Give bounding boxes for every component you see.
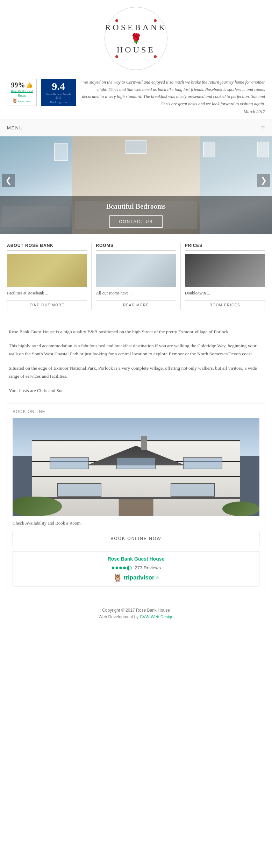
book-online-now-button[interactable]: BOOK ONLINE NOW <box>13 531 259 546</box>
about-col-title: ABOUT ROSE BANK <box>7 243 87 250</box>
booking-badge: 9.4 Guest Review Awards 2016 Booking.com <box>41 79 76 106</box>
booking-score: 9.4 <box>43 81 73 92</box>
read-more-button[interactable]: READ MORE <box>96 300 176 310</box>
dot-bl <box>115 55 118 58</box>
dot-right <box>154 19 157 22</box>
prices-col-title: PRICES <box>185 243 265 250</box>
three-columns-section: ABOUT ROSE BANK Facilities at Rosebank .… <box>0 234 272 319</box>
footer-copyright: Copyright © 2017 Rose Bank House <box>7 608 265 613</box>
about-para-2: This highly rated accommodation is a fab… <box>9 342 263 358</box>
logo-text-top: ROSEBANK <box>105 23 167 32</box>
ta-logo-row: 🦉 tripadvisor ® <box>18 574 254 582</box>
book-online-section: BOOK ONLINE Check Availability and Book … <box>7 404 265 592</box>
testimonial-quote: We stayed on the way to Cornwall and enj… <box>80 79 265 108</box>
prev-slide-button[interactable]: ❮ <box>2 174 15 187</box>
contact-us-button[interactable]: CONTACT US <box>109 215 163 228</box>
ta-brand-text: tripadvisor <box>124 574 155 581</box>
about-para-4: Your hosts are Chris and Sue. <box>9 387 263 395</box>
room-prices-button[interactable]: ROOM PRICES <box>185 300 265 310</box>
tripadvisor-widget: Rose Bank Guest House ●●●●◐ 273 Reviews … <box>13 552 259 586</box>
header: ROSEBANK 🌹 HOUSE <box>0 0 272 73</box>
nav-bar: MENU ≡ <box>0 120 272 136</box>
logo-dots-top <box>115 19 157 22</box>
owl-icon-small: 🦉 <box>12 98 17 104</box>
ta-stars-row: ●●●●◐ 273 Reviews <box>18 564 254 571</box>
footer-webdev-text: Web Development by <box>99 614 140 619</box>
check-availability-text: Check Availability and Book a Room. <box>13 520 259 526</box>
ta-stars-icon: ●●●●◐ <box>111 564 132 571</box>
footer-webdev-link[interactable]: CVW Web Design <box>140 614 173 619</box>
prices-col-image <box>185 254 265 287</box>
find-out-more-button[interactable]: FIND OUT MORE <box>7 300 87 310</box>
prices-column: PRICES Double/twin ... ROOM PRICES <box>181 243 265 310</box>
logo-circle: ROSEBANK 🌹 HOUSE <box>105 7 167 70</box>
ta-link[interactable]: Rose Bank Guest House <box>9 89 34 97</box>
logo-dots-bottom <box>115 55 157 58</box>
testimonial-section: 99% 👍 Rose Bank Guest House 🦉 tripadviso… <box>0 73 272 120</box>
hamburger-icon[interactable]: ≡ <box>261 123 265 133</box>
footer-webdev: Web Development by CVW Web Design <box>7 614 265 619</box>
rooms-column: ROOMS All our rooms have ... READ MORE <box>92 243 180 310</box>
menu-label: MENU <box>7 125 23 130</box>
hero-overlay: Beautiful Bedrooms CONTACT US <box>0 196 272 234</box>
house-image <box>13 418 259 516</box>
about-para-1: Rose Bank Guest House is a high quality … <box>9 328 263 336</box>
booking-brand: Booking.com <box>43 100 73 104</box>
ta-review-count: 273 Reviews <box>135 565 161 570</box>
logo-text-bottom: HOUSE <box>117 45 155 55</box>
ta-logo-small: 🦉 tripadvisor <box>9 98 34 104</box>
testimonial-date: – March 2017 <box>80 109 265 114</box>
ta-percent: 99% 👍 <box>9 81 34 89</box>
about-col-desc: Facilities at Rosebank ... <box>7 291 87 296</box>
logo-rose-icon: 🌹 <box>130 33 142 44</box>
about-col-image <box>7 254 87 287</box>
testimonial-text-block: We stayed on the way to Cornwall and enj… <box>80 79 265 114</box>
ta-brand-small: tripadvisor <box>18 99 32 103</box>
ta-owl-icon: 🦉 <box>113 574 122 582</box>
rooms-col-title: ROOMS <box>96 243 176 250</box>
dot-left <box>115 19 118 22</box>
ta-registered-icon: ® <box>156 576 159 580</box>
rooms-col-image <box>96 254 176 287</box>
book-label: BOOK ONLINE <box>13 409 259 414</box>
dot-br <box>154 55 157 58</box>
footer: Copyright © 2017 Rose Bank House Web Dev… <box>0 599 272 628</box>
ta-house-name-link[interactable]: Rose Bank Guest House <box>18 556 254 562</box>
hero-title: Beautiful Bedrooms <box>6 202 266 211</box>
booking-sub: Guest Review Awards 2016 <box>43 93 73 99</box>
tripadvisor-badge: 99% 👍 Rose Bank Guest House 🦉 tripadviso… <box>7 79 37 106</box>
rooms-col-desc: All our rooms have ... <box>96 291 176 296</box>
about-column: ABOUT ROSE BANK Facilities at Rosebank .… <box>7 243 92 310</box>
ta-thumb-icon: 👍 <box>26 82 33 88</box>
hero-slider: Beautiful Bedrooms CONTACT US ❮ ❯ <box>0 136 272 234</box>
about-text-section: Rose Bank Guest House is a high quality … <box>0 319 272 404</box>
prices-col-desc: Double/twin ... <box>185 291 265 296</box>
next-slide-button[interactable]: ❯ <box>257 174 270 187</box>
about-para-3: Situated on the edge of Exmoor National … <box>9 364 263 380</box>
